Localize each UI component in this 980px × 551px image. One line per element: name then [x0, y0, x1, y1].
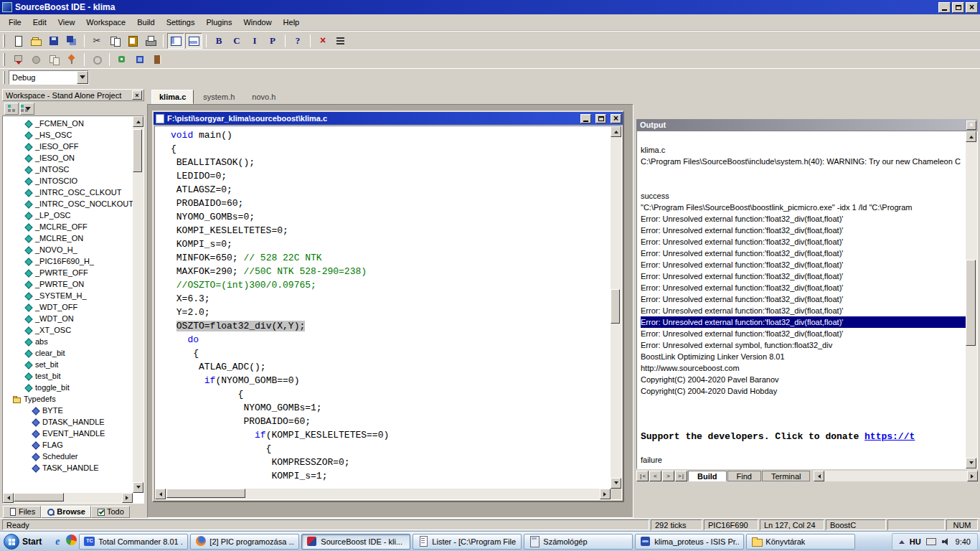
- scroll-up-button[interactable]: [611, 126, 621, 137]
- tree-item[interactable]: TASK_HANDLE: [3, 462, 133, 474]
- editor-child-titlebar[interactable]: F:\pisti\sorgyar_klima\sourceboost\klima…: [154, 112, 623, 125]
- tree-item[interactable]: _WDT_OFF: [3, 301, 133, 313]
- cut-button[interactable]: [88, 33, 105, 49]
- taskbar-task[interactable]: [2] PIC programozása ...: [190, 534, 299, 550]
- code-vscrollbar[interactable]: [611, 126, 621, 489]
- output-line[interactable]: C:\Program Files\SourceBoost\include\sys…: [641, 156, 966, 167]
- print-button[interactable]: [142, 33, 159, 49]
- output-close-button[interactable]: ×: [966, 121, 976, 130]
- tree-item[interactable]: _XT_OSC: [3, 324, 133, 336]
- tree-item[interactable]: FLAG: [3, 439, 133, 451]
- output-line[interactable]: Error: Unresolved external function:'flo…: [641, 236, 966, 248]
- output-line[interactable]: Error: Unresolved external function:'flo…: [641, 259, 966, 270]
- scroll-thumb[interactable]: [133, 129, 142, 172]
- tree-item[interactable]: _PIC16F690_H_: [3, 255, 133, 267]
- tree-item[interactable]: _WDT_ON: [3, 313, 133, 324]
- tree-item[interactable]: _LP_OSC: [3, 209, 133, 221]
- menu-help[interactable]: Help: [278, 16, 306, 29]
- output-line[interactable]: http://www.sourceboost.com: [641, 362, 966, 374]
- output-line[interactable]: [641, 167, 966, 179]
- scroll-left-button[interactable]: [155, 489, 166, 499]
- output-line-selected[interactable]: Error: Unresolved external function:'flo…: [641, 316, 966, 328]
- taskbar-task[interactable]: SourceBoost IDE - kli...: [301, 534, 410, 550]
- tool2-notes-button[interactable]: [149, 52, 166, 67]
- new-file-button[interactable]: [9, 33, 27, 49]
- volume-icon[interactable]: [941, 537, 951, 546]
- scroll-up-button[interactable]: [133, 116, 143, 127]
- child-close-button[interactable]: [611, 114, 621, 123]
- tree-item[interactable]: clear_bit: [3, 347, 133, 359]
- tree-item[interactable]: _INTRC_OSC_CLKOUT: [3, 187, 133, 198]
- tree-view-button[interactable]: [4, 103, 19, 115]
- workspace-close-button[interactable]: ×: [132, 90, 142, 100]
- menu-edit[interactable]: Edit: [27, 16, 52, 29]
- taskbar-task[interactable]: Könyvtárak: [746, 534, 855, 550]
- tree-item[interactable]: set_bit: [3, 359, 133, 370]
- output-line[interactable]: [641, 408, 966, 420]
- tool2-blob-button[interactable]: [27, 52, 44, 67]
- taskbar-task[interactable]: klima_proteus - ISIS Pr...: [635, 534, 744, 550]
- scroll-up-button[interactable]: [966, 131, 976, 142]
- toggle-output-pane-button[interactable]: [185, 33, 202, 49]
- tree-item[interactable]: _MCLRE_OFF: [3, 221, 133, 232]
- tool2-ring-button[interactable]: [88, 52, 105, 67]
- help-button[interactable]: ?: [289, 33, 306, 49]
- minimize-button[interactable]: [938, 2, 951, 13]
- code-area[interactable]: void main(){ BEALLITASOK(); LEDIDO=0; AT…: [155, 126, 611, 489]
- output-line[interactable]: Error: Unresolved external function:'flo…: [641, 225, 966, 236]
- tool2-pages-button[interactable]: [45, 52, 62, 67]
- scroll-right-button[interactable]: [600, 489, 611, 499]
- toggle-workspace-pane-button[interactable]: [167, 33, 184, 49]
- tool2-chip-button[interactable]: [131, 52, 149, 67]
- stop-build-button[interactable]: ×: [314, 33, 331, 49]
- scroll-thumb[interactable]: [14, 493, 64, 501]
- toolbar-gripper[interactable]: [3, 53, 5, 66]
- output-line[interactable]: Error: Unresolved external function:'flo…: [641, 293, 966, 305]
- output-line[interactable]: [641, 397, 966, 408]
- output-line[interactable]: klima.c: [641, 144, 966, 156]
- output-tab-build[interactable]: Build: [688, 471, 727, 481]
- open-file-button[interactable]: [27, 33, 44, 49]
- scroll-down-button[interactable]: [611, 478, 621, 489]
- workspace-tab-files[interactable]: Files: [3, 506, 41, 518]
- tree-item[interactable]: EVENT_HANDLE: [3, 428, 133, 439]
- keyboard-icon[interactable]: [926, 538, 936, 545]
- code-editor[interactable]: void main(){ BEALLITASOK(); LEDIDO=0; AT…: [154, 126, 622, 500]
- output-nav-button-2[interactable]: >: [662, 471, 674, 481]
- tree-item[interactable]: Scheduler: [3, 451, 133, 462]
- scroll-thumb[interactable]: [166, 489, 245, 498]
- scroll-thumb[interactable]: [966, 260, 976, 346]
- combo-dropdown-button[interactable]: [77, 71, 88, 84]
- output-line[interactable]: [641, 179, 966, 190]
- tool-b-button[interactable]: B: [210, 33, 227, 49]
- tree-item[interactable]: _PWRTE_OFF: [3, 267, 133, 278]
- close-button[interactable]: [966, 2, 978, 13]
- tree-item[interactable]: _PWRTE_ON: [3, 278, 133, 290]
- tree-item[interactable]: _NOVO_H_: [3, 244, 133, 255]
- output-line[interactable]: Error: Unresolved external function:'flo…: [641, 213, 966, 225]
- output-line[interactable]: [641, 133, 966, 144]
- tree-item[interactable]: toggle_bit: [3, 382, 133, 393]
- output-titlebar[interactable]: Output ×: [636, 119, 978, 131]
- toolbar-gripper[interactable]: [3, 71, 5, 84]
- scroll-thumb[interactable]: [611, 289, 620, 324]
- save-button[interactable]: [45, 33, 62, 49]
- scroll-left-button[interactable]: [3, 493, 14, 503]
- start-button[interactable]: Start: [2, 533, 48, 550]
- tab-novo.h[interactable]: novo.h: [244, 90, 283, 104]
- menu-build[interactable]: Build: [131, 16, 160, 29]
- maximize-button[interactable]: [952, 2, 964, 13]
- output-line[interactable]: Copyright(C) 2004-2020 David Hobday: [641, 385, 966, 397]
- output-nav-button-3[interactable]: >|: [675, 471, 687, 481]
- language-indicator[interactable]: HU: [910, 537, 921, 546]
- output-line[interactable]: [641, 420, 966, 431]
- build-config-select[interactable]: Debug: [9, 70, 89, 85]
- tree-item[interactable]: _FCMEN_ON: [3, 118, 133, 129]
- toolbar-gripper[interactable]: [3, 34, 5, 47]
- tool-c-button[interactable]: C: [228, 33, 245, 49]
- output-tab-terminal[interactable]: Terminal: [762, 471, 811, 481]
- scroll-down-button[interactable]: [133, 482, 143, 493]
- output-vscrollbar[interactable]: [966, 131, 977, 468]
- output-line[interactable]: failure: [641, 454, 966, 466]
- menu-settings[interactable]: Settings: [161, 16, 201, 29]
